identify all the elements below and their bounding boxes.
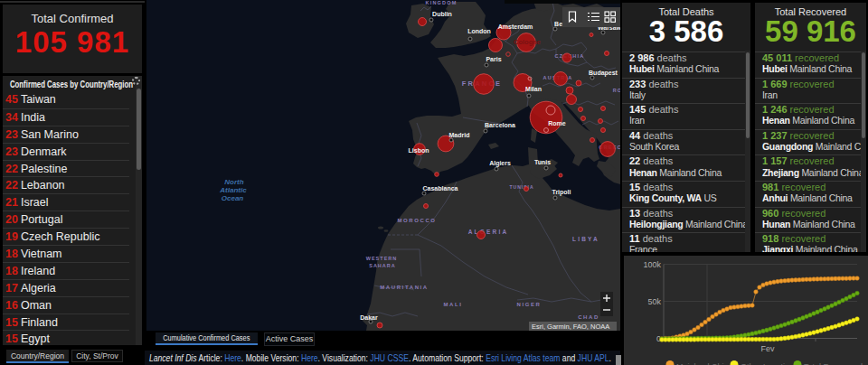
svg-text:WESTERN: WESTERN <box>366 256 398 261</box>
svg-text:Tripoli: Tripoli <box>552 189 571 196</box>
svg-text:London: London <box>467 28 491 34</box>
svg-text:Madrid: Madrid <box>449 132 470 138</box>
svg-text:Ocean: Ocean <box>222 194 244 202</box>
svg-text:Budapest: Budapest <box>589 70 618 77</box>
svg-text:Casablanca: Casablanca <box>423 185 458 192</box>
svg-text:MOROCCO: MOROCCO <box>397 218 436 223</box>
svg-text:Barcelona: Barcelona <box>485 122 515 128</box>
svg-text:KINGDOM: KINGDOM <box>426 0 458 5</box>
svg-text:Esri, Garmin, FAO, NOAA: Esri, Garmin, FAO, NOAA <box>532 323 609 331</box>
svg-text:Dublin: Dublin <box>432 11 452 17</box>
svg-text:LIBYA: LIBYA <box>572 236 599 242</box>
svg-text:MALI: MALI <box>443 302 462 307</box>
svg-text:ALGERIA: ALGERIA <box>468 229 509 235</box>
svg-text:Amsterdam: Amsterdam <box>498 23 533 30</box>
svg-text:Paris: Paris <box>486 56 501 62</box>
svg-text:TUNISIA: TUNISIA <box>510 184 534 190</box>
svg-text:Lisbon: Lisbon <box>409 147 429 154</box>
svg-text:50k: 50k <box>647 297 661 306</box>
svg-text:Cologne: Cologne <box>514 38 541 46</box>
svg-text:North: North <box>224 178 243 186</box>
svg-text:100k: 100k <box>643 260 661 269</box>
svg-text:CHAD: CHAD <box>578 314 599 320</box>
svg-text:RO: RO <box>613 88 620 93</box>
svg-text:Milan: Milan <box>525 86 542 92</box>
svg-text:Dakar: Dakar <box>360 314 378 321</box>
svg-text:Rome: Rome <box>548 120 566 126</box>
svg-text:Atlantic: Atlantic <box>219 186 247 194</box>
svg-text:Algiers: Algiers <box>489 160 511 167</box>
svg-text:NIGER: NIGER <box>516 302 541 307</box>
svg-text:Tunis: Tunis <box>534 159 551 165</box>
svg-text:MAURITANIA: MAURITANIA <box>380 285 429 290</box>
svg-text:Fev: Fev <box>760 344 775 353</box>
svg-text:SAHARA: SAHARA <box>369 263 396 268</box>
